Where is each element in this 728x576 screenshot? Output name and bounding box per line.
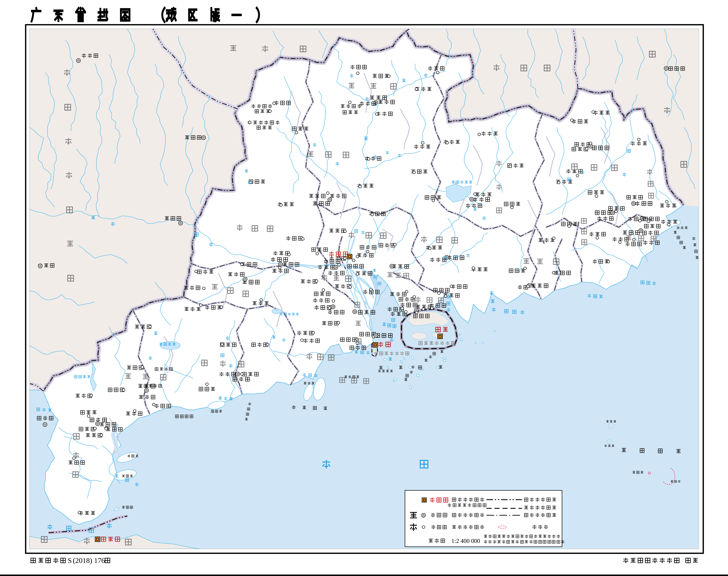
svg-text:(2018) 176: (2018) 176	[73, 556, 105, 565]
svg-text:1:2 400 000: 1:2 400 000	[451, 538, 480, 544]
svg-text:S: S	[68, 556, 72, 565]
